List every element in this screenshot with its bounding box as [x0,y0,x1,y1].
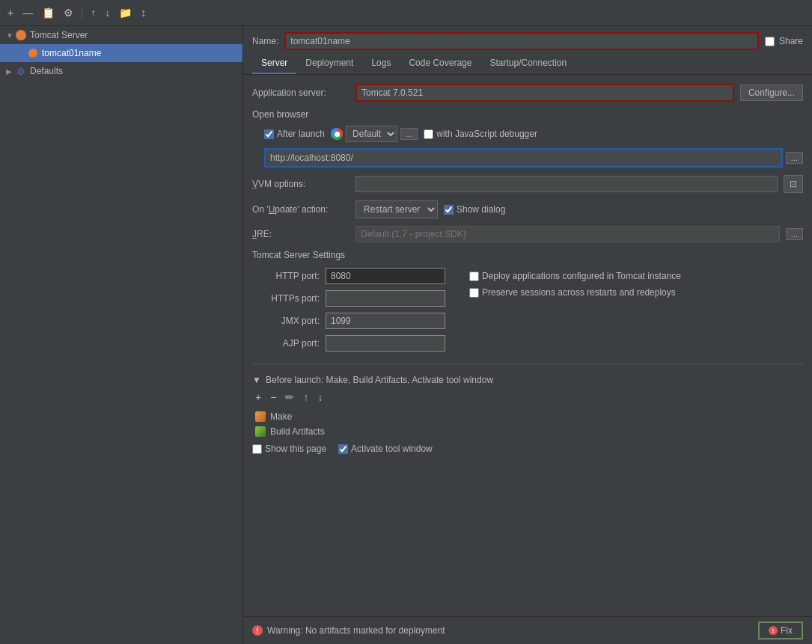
name-input[interactable] [284,32,759,50]
make-label: Make [270,411,292,422]
after-launch-check-label[interactable]: After launch [264,129,325,139]
jre-label: JRE: [252,229,349,239]
before-launch-arrow: ▼ [252,375,261,385]
https-port-input[interactable] [326,290,445,307]
preserve-check-text: Preserve sessions across restarts and re… [482,287,676,298]
tab-server[interactable]: Server [252,53,296,74]
configure-button[interactable]: Configure... [740,85,803,101]
warning-bar: ! Warning: No artifacts marked for deplo… [243,616,812,644]
settings-button[interactable]: ⚙ [61,5,76,20]
after-launch-row: After launch Default ... with JavaScript… [252,126,803,142]
warning-icon: ! [252,625,263,636]
activate-window-label[interactable]: Activate tool window [338,444,433,454]
share-label: Share [779,36,803,46]
tab-startup-connection[interactable]: Startup/Connection [480,53,576,74]
warning-text-area: ! Warning: No artifacts marked for deplo… [252,625,445,636]
down-button[interactable]: ↓ [102,5,113,20]
url-ellipsis-btn[interactable]: ... [786,152,803,164]
separator-1 [82,6,82,19]
http-port-label: HTTP port: [252,271,320,281]
with-js-checkbox[interactable] [424,129,433,139]
sidebar-tomcat01name-label: tomcat01name [42,48,101,58]
tomcat-settings-header: Tomcat Server Settings [252,250,803,260]
ports-right: Deploy applications configured in Tomcat… [469,271,681,358]
open-browser-label: Open browser [252,109,803,120]
before-launch-down-btn[interactable]: ↓ [314,390,326,405]
vm-options-expand-btn[interactable]: ⊡ [784,175,803,193]
show-page-text: Show this page [265,444,326,454]
ajp-port-row: AJP port: [252,335,445,352]
main-layout: ▼ Tomcat Server tomcat01name ▶ ⚙ Default… [0,26,812,644]
add-button[interactable]: + [4,5,16,20]
on-update-select[interactable]: Restart server [355,200,438,218]
deploy-check-label[interactable]: Deploy applications configured in Tomcat… [469,271,681,281]
before-launch-remove-btn[interactable]: − [267,390,279,405]
show-page-label[interactable]: Show this page [252,444,326,454]
before-launch-edit-btn[interactable]: ✏ [282,390,297,405]
before-launch-toolbar: + − ✏ ↑ ↓ [252,390,803,405]
on-update-label: On 'Update' action: [252,204,349,215]
http-port-input[interactable] [326,268,445,284]
before-launch-add-btn[interactable]: + [252,390,264,405]
app-server-select-wrap: Tomcat 7.0.521 [355,84,734,102]
ajp-port-label: AJP port: [252,338,320,349]
jre-select[interactable]: Default (1.7 - project SDK) [355,226,780,242]
defaults-expand-arrow: ▶ [6,67,15,76]
http-port-row: HTTP port: [252,268,445,284]
browser-select-wrap: Default ... [331,126,418,142]
tab-code-coverage[interactable]: Code Coverage [400,53,480,74]
preserve-checkbox[interactable] [469,288,479,298]
jmx-port-row: JMX port: [252,313,445,329]
tab-deployment[interactable]: Deployment [296,53,362,74]
deploy-checkbox[interactable] [469,272,479,281]
tab-logs[interactable]: Logs [362,53,400,74]
toolbar: + — 📋 ⚙ ↑ ↓ 📁 ↕ [0,0,812,26]
url-input[interactable] [264,148,783,168]
https-port-row: HTTPs port: [252,290,445,307]
show-dialog-checkbox[interactable] [444,205,454,215]
ajp-port-input[interactable] [326,335,445,352]
after-launch-checkbox[interactable] [264,129,274,139]
deploy-check-text: Deploy applications configured in Tomcat… [482,271,681,281]
after-launch-label: After launch [277,129,325,139]
show-dialog-check-label[interactable]: Show dialog [444,204,505,215]
app-server-select[interactable]: Tomcat 7.0.521 [357,85,733,100]
ports-left: HTTP port: HTTPs port: JMX port: AJP por… [252,268,445,358]
fix-label: Fix [781,625,793,636]
expand-arrow: ▼ [6,31,15,40]
browser-select[interactable]: Default [346,126,397,142]
chrome-icon [331,128,343,140]
app-server-label: Application server: [252,88,349,98]
jre-ellipsis-btn[interactable]: ... [786,228,803,240]
sidebar-item-tomcat-server[interactable]: ▼ Tomcat Server [0,26,242,44]
divider-1 [252,364,803,364]
before-launch-label: Before launch: Make, Build Artifacts, Ac… [266,375,493,385]
sidebar-item-tomcat01name[interactable]: tomcat01name [0,44,242,62]
ports-section: HTTP port: HTTPs port: JMX port: AJP por… [252,268,803,358]
fix-button[interactable]: ! Fix [758,622,803,640]
activate-window-checkbox[interactable] [338,444,348,454]
on-update-row: On 'Update' action: Restart server Show … [252,200,803,218]
sidebar: ▼ Tomcat Server tomcat01name ▶ ⚙ Default… [0,26,243,644]
jmx-port-input[interactable] [326,313,445,329]
before-launch-build-artifacts: Build Artifacts [252,424,803,439]
remove-button[interactable]: — [19,5,36,20]
folder-button[interactable]: 📁 [116,5,135,20]
share-checkbox[interactable] [765,37,775,46]
share-area: Share [765,36,803,46]
content-panel: Name: Share Server Deployment Logs Code … [243,26,812,644]
before-launch-up-btn[interactable]: ↑ [300,390,311,405]
vm-options-label: VVM options: [252,179,349,189]
up-button[interactable]: ↑ [88,5,99,20]
copy-button[interactable]: 📋 [39,5,58,20]
with-js-label[interactable]: with JavaScript debugger [424,129,537,139]
defaults-icon: ⚙ [15,65,27,77]
show-page-checkbox[interactable] [252,444,262,454]
before-launch-header[interactable]: ▼ Before launch: Make, Build Artifacts, … [252,370,803,390]
preserve-check-label[interactable]: Preserve sessions across restarts and re… [469,287,681,298]
browser-ellipsis-btn[interactable]: ... [400,128,418,140]
sidebar-item-defaults[interactable]: ▶ ⚙ Defaults [0,62,242,80]
vm-options-input[interactable] [355,176,778,192]
name-row: Name: Share [243,26,812,53]
sort-button[interactable]: ↕ [138,5,149,20]
